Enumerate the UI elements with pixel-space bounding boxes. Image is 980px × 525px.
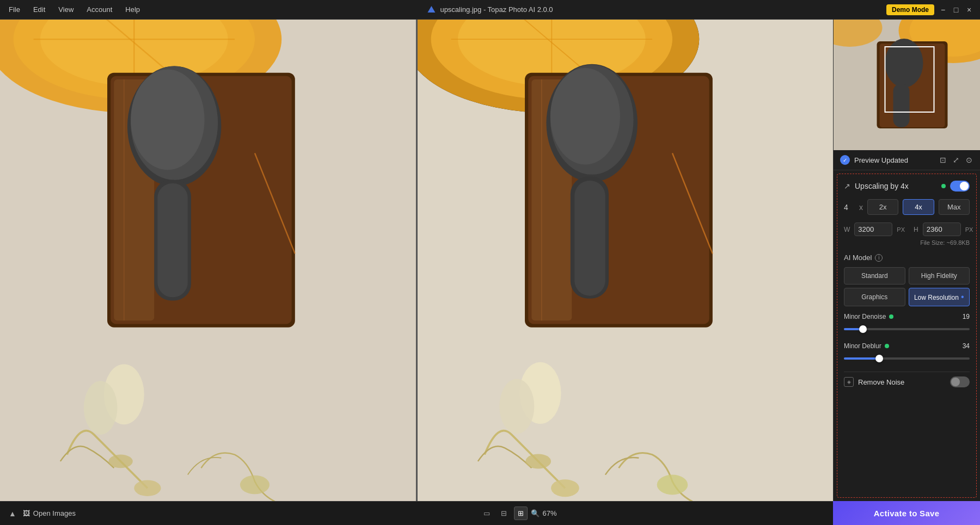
image-area xyxy=(0,20,833,501)
settings-button[interactable]: ⊙ xyxy=(965,155,973,165)
ai-model-info-icon[interactable]: i xyxy=(875,254,883,262)
svg-point-42 xyxy=(499,379,534,434)
model-high-fidelity-button[interactable]: High Fidelity xyxy=(909,267,970,285)
view-split-button[interactable]: ⊟ xyxy=(497,507,511,520)
remove-noise-row: ◈ Remove Noise xyxy=(844,372,970,392)
open-images-icon: 🖼 xyxy=(23,509,30,517)
minor-denoise-header: Minor Denoise 19 xyxy=(844,313,970,320)
minor-deblur-label-group: Minor Deblur xyxy=(844,342,889,350)
view-single-button[interactable]: ▭ xyxy=(480,507,494,520)
demo-mode-button[interactable]: Demo Mode xyxy=(886,4,934,15)
ai-model-header: AI Model i xyxy=(844,254,970,262)
file-size: File Size: ~69.8KB xyxy=(844,239,970,246)
svg-point-19 xyxy=(84,381,118,435)
minor-denoise-value: 19 xyxy=(963,313,970,320)
upscaling-header: ↗ Upscaling by 4x xyxy=(844,181,970,192)
svg-point-44 xyxy=(525,454,551,468)
preview-status-text: Preview Updated xyxy=(854,156,908,164)
svg-rect-40 xyxy=(574,181,605,296)
open-images-label: Open Images xyxy=(33,509,76,517)
minor-denoise-dot xyxy=(889,314,893,319)
active-indicator xyxy=(941,184,946,188)
zoom-icon: 🔍 xyxy=(531,509,540,517)
window-title: upscaling.jpg - Topaz Photo AI 2.0.0 xyxy=(427,5,553,14)
menu-help[interactable]: Help xyxy=(123,4,142,15)
menu-view[interactable]: View xyxy=(56,4,76,15)
title-text: upscaling.jpg - Topaz Photo AI 2.0.0 xyxy=(440,5,553,14)
original-image xyxy=(0,20,416,501)
model-graphics-button[interactable]: Graphics xyxy=(844,288,905,306)
minor-denoise-section: Minor Denoise 19 xyxy=(844,313,970,335)
upscaling-toggle[interactable] xyxy=(950,181,970,192)
svg-point-51 xyxy=(885,39,923,88)
thumbnail-image xyxy=(834,20,980,150)
width-input[interactable] xyxy=(854,223,892,236)
svg-point-45 xyxy=(657,475,688,495)
minor-deblur-dot xyxy=(885,344,889,348)
minimize-button[interactable]: − xyxy=(939,5,947,14)
minor-deblur-thumb[interactable] xyxy=(875,355,883,362)
svg-rect-17 xyxy=(157,183,187,297)
scale-4x-button[interactable]: 4x xyxy=(903,199,934,215)
minor-denoise-thumb[interactable] xyxy=(859,325,867,333)
minor-deblur-label: Minor Deblur xyxy=(844,342,881,350)
minor-denoise-label: Minor Denoise xyxy=(844,313,886,320)
crop-button[interactable]: ⊡ xyxy=(939,155,947,165)
preview-status: ✓ Preview Updated xyxy=(840,155,908,165)
height-label: H xyxy=(914,226,918,233)
remove-noise-label-group: ◈ Remove Noise xyxy=(844,377,904,387)
minor-deblur-value: 34 xyxy=(963,342,970,350)
upscale-icon: ↗ xyxy=(844,182,850,190)
minor-denoise-label-group: Minor Denoise xyxy=(844,313,893,320)
processed-scene xyxy=(418,20,834,501)
svg-point-15 xyxy=(131,70,204,170)
model-low-resolution-button[interactable]: Low Resolution xyxy=(909,288,970,306)
preview-bar: ✓ Preview Updated ⊡ ⤢ ⊙ xyxy=(834,150,980,170)
right-panel: ✓ Preview Updated ⊡ ⤢ ⊙ ↗ Upscaling by 4… xyxy=(833,20,980,501)
width-label: W xyxy=(844,226,850,233)
minor-deblur-header: Minor Deblur 34 xyxy=(844,342,970,350)
svg-rect-52 xyxy=(893,84,910,127)
minor-deblur-section: Minor Deblur 34 xyxy=(844,342,970,364)
scale-max-button[interactable]: Max xyxy=(939,199,970,215)
svg-point-43 xyxy=(551,479,579,497)
close-button[interactable]: × xyxy=(965,5,973,14)
svg-point-38 xyxy=(550,68,620,164)
bottom-center: ▭ ⊟ ⊞ 🔍 67% xyxy=(480,507,557,520)
zoom-value: 67% xyxy=(543,509,557,517)
image-left-panel xyxy=(0,20,416,501)
remove-noise-icon: ◈ xyxy=(844,377,854,387)
remove-noise-label: Remove Noise xyxy=(858,378,904,386)
menu-file[interactable]: File xyxy=(7,4,22,15)
collapse-button[interactable]: ▲ xyxy=(7,507,19,520)
menu-bar: File Edit View Account Help xyxy=(7,4,142,15)
scale-row: 4 x 2x 4x Max xyxy=(844,199,970,215)
model-standard-button[interactable]: Standard xyxy=(844,267,905,285)
height-unit: PX xyxy=(965,226,973,233)
scale-2x-button[interactable]: 2x xyxy=(867,199,898,215)
menu-account[interactable]: Account xyxy=(84,4,114,15)
upscaling-label: Upscaling by 4x xyxy=(855,182,909,190)
bottom-left: ▲ 🖼 Open Images xyxy=(7,507,76,520)
app-logo-icon xyxy=(427,5,436,14)
scale-value: 4 xyxy=(844,203,855,212)
width-unit: PX xyxy=(897,226,905,233)
controls-panel: ↗ Upscaling by 4x 4 x 2x 4x Max W xyxy=(837,174,977,498)
minor-denoise-track xyxy=(844,328,970,330)
upscaling-label-group: ↗ Upscaling by 4x xyxy=(844,182,909,190)
scale-x: x xyxy=(859,203,863,212)
menu-edit[interactable]: Edit xyxy=(31,4,47,15)
title-bar: File Edit View Account Help upscaling.jp… xyxy=(0,0,980,20)
open-images-button[interactable]: 🖼 Open Images xyxy=(23,509,76,517)
window-controls: Demo Mode − □ × xyxy=(886,4,973,15)
zoom-area: 🔍 67% xyxy=(531,509,557,517)
remove-noise-toggle[interactable] xyxy=(950,376,970,387)
svg-point-22 xyxy=(240,475,270,494)
ai-model-label: AI Model xyxy=(844,254,872,262)
maximize-button[interactable]: □ xyxy=(952,5,960,14)
view-compare-button[interactable]: ⊞ xyxy=(514,507,528,520)
height-input[interactable] xyxy=(923,223,961,236)
model-grid: Standard High Fidelity Graphics Low Reso… xyxy=(844,267,970,306)
fullscreen-button[interactable]: ⤢ xyxy=(952,155,960,165)
svg-marker-0 xyxy=(427,6,435,13)
